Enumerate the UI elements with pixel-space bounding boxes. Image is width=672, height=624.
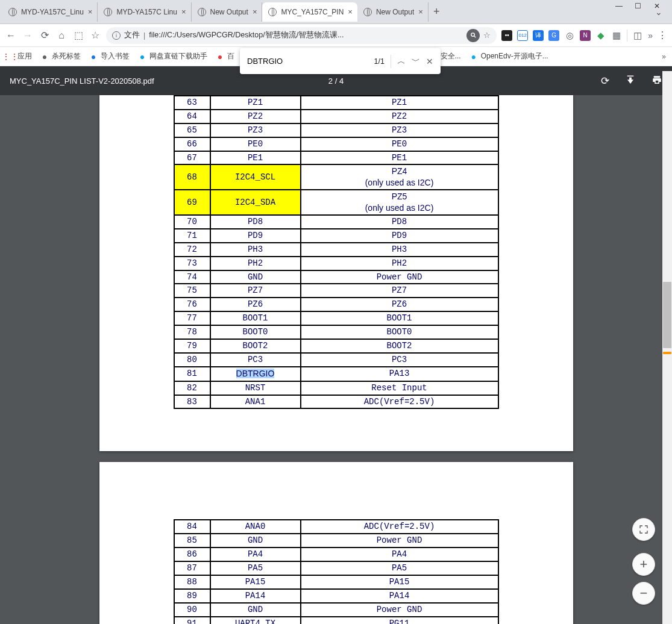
tab-close-icon[interactable]: × (88, 7, 93, 16)
nav-home-icon[interactable]: ⌂ (55, 30, 68, 42)
table-cell: PE0 (301, 137, 498, 151)
scrollbar-find-marker (663, 352, 671, 354)
ext-icon-onenote[interactable]: N (580, 30, 591, 41)
window-close-icon[interactable]: ✕ (654, 2, 661, 9)
browser-menu-icon[interactable]: ⋮ (658, 30, 667, 41)
nav-download-icon[interactable]: ⬚ (72, 30, 84, 42)
tab-3[interactable]: MYC_YA157C_PIN× (262, 2, 357, 22)
pdf-viewer[interactable]: 63PZ1PZ164PZ2PZ265PZ3PZ366PE0PE067PE1PE1… (0, 95, 672, 624)
bookmark-item[interactable]: ●百 (216, 51, 234, 61)
tab-1[interactable]: MYD-YA157C Linu× (98, 2, 191, 22)
table-cell: 66 (174, 137, 210, 151)
table-cell: I2C4_SCL (210, 164, 301, 190)
extensions-tray: •• 012 译 G ◎ N ◆ ▦ ◫ » ⋮ (501, 30, 667, 42)
table-cell: PA4 (301, 548, 498, 561)
ext-icon-gtranslate[interactable]: G (548, 30, 559, 41)
bookmark-item[interactable]: ●杀死标签 (40, 51, 81, 61)
table-cell: PH3 (301, 243, 498, 257)
table-cell: 69 (174, 190, 210, 215)
vertical-scrollbar[interactable] (662, 71, 672, 624)
table-cell: PD9 (301, 229, 498, 243)
overflow-chevron-icon[interactable]: » (648, 31, 653, 40)
tab-close-icon[interactable]: × (181, 7, 186, 16)
globe-icon (8, 8, 17, 16)
bookmark-item[interactable]: ●网盘直链下载助手 (138, 51, 207, 61)
table-cell: PA15 (210, 575, 301, 589)
table-cell: PZ3 (301, 123, 498, 137)
nav-reload-icon[interactable]: ⟳ (39, 30, 51, 42)
new-tab-button[interactable]: + (433, 5, 440, 18)
table-cell: Power GND (301, 534, 498, 548)
table-row: 71PD9PD9 (174, 229, 498, 243)
find-prev-icon[interactable]: ︿ (397, 56, 406, 67)
find-input[interactable] (247, 57, 368, 66)
table-cell: 84 (174, 520, 210, 534)
table-row: 75PZ7PZ7 (174, 284, 498, 298)
globe-icon (363, 8, 372, 16)
table-cell: 64 (174, 110, 210, 123)
table-row: 84ANA0ADC(Vref=2.5V) (174, 520, 498, 534)
table-cell: PC3 (301, 353, 498, 367)
window-minimize-icon[interactable]: — (615, 2, 623, 9)
tab-label: New Output (376, 8, 414, 16)
ext-icon-crop[interactable]: ◫ (632, 30, 643, 41)
bookmark-item[interactable]: ⋮⋮应用 (6, 51, 32, 61)
table-row: 78BOOT0BOOT0 (174, 325, 498, 339)
pdf-rotate-icon[interactable]: ⟳ (601, 75, 609, 87)
scrollbar-thumb[interactable] (663, 282, 671, 348)
table-cell: BOOT2 (210, 339, 301, 353)
bookmark-star-icon[interactable]: ☆ (483, 31, 491, 40)
window-maximize-icon[interactable]: ☐ (635, 2, 642, 9)
pdf-filename: MYC_YA157C_PIN LIST-V2-2020508.pdf (10, 76, 154, 86)
table-row: 85GNDPower GND (174, 534, 498, 548)
table-row: 87PA5PA5 (174, 561, 498, 575)
table-row: 69I2C4_SDAPZ5(only used as I2C) (174, 190, 498, 215)
table-cell: 79 (174, 339, 210, 353)
nav-back-icon[interactable]: ← (5, 30, 17, 42)
ext-icon-green[interactable]: ◆ (595, 30, 606, 41)
table-cell: PA14 (301, 589, 498, 603)
table-cell: PZ2 (210, 110, 301, 123)
tab-close-icon[interactable]: × (253, 7, 257, 16)
table-cell: ADC(Vref=2.5V) (301, 395, 498, 409)
bookmark-item[interactable]: ●导入书签 (89, 51, 130, 61)
table-row: 68I2C4_SCLPZ4(only used as I2C) (174, 164, 498, 190)
table-cell: 89 (174, 589, 210, 603)
tab-2[interactable]: New Output× (192, 2, 263, 22)
table-cell: 67 (174, 151, 210, 165)
find-next-icon[interactable]: ﹀ (412, 56, 420, 67)
bookmark-item[interactable]: ●OpenEdv-开源电子... (469, 51, 548, 61)
pdf-fit-icon[interactable] (632, 518, 655, 541)
table-cell: 87 (174, 561, 210, 575)
address-row: ← → ⟳ ⌂ ⬚ ☆ i 文件 | file:///C:/Users/WGPC… (0, 24, 672, 47)
find-close-icon[interactable]: ✕ (426, 57, 433, 66)
tab-close-icon[interactable]: × (418, 7, 423, 16)
ext-icon-camera[interactable]: ◎ (564, 30, 575, 41)
ext-icon-badge[interactable]: 012 (517, 30, 528, 41)
pdf-zoom-out-icon[interactable]: − (632, 582, 655, 605)
search-toggle-icon[interactable] (466, 29, 480, 42)
bookmark-icon: ● (216, 52, 224, 61)
ext-icon-puzzle[interactable]: ▦ (611, 30, 622, 41)
table-row: 65PZ3PZ3 (174, 123, 498, 137)
tab-label: MYC_YA157C_PIN (281, 8, 344, 16)
pdf-download-icon[interactable] (625, 75, 636, 87)
address-scheme: 文件 (124, 30, 140, 40)
table-row: 89PA14PA14 (174, 589, 498, 603)
ext-icon-translate[interactable]: 译 (533, 30, 544, 41)
tab-0[interactable]: MYD-YA157C_Linu× (2, 2, 98, 22)
pdf-print-icon[interactable] (652, 75, 662, 87)
find-match: DBTRGIO (236, 369, 275, 378)
pdf-zoom-in-icon[interactable]: + (632, 553, 655, 576)
ext-icon-1[interactable]: •• (501, 30, 512, 41)
table-cell: PZ2 (301, 110, 498, 123)
tab-close-icon[interactable]: × (348, 7, 353, 16)
bookmarks-overflow-icon[interactable]: » (662, 52, 666, 61)
address-bar[interactable]: i 文件 | file:///C:/Users/WGPCGR/Desktop/智… (106, 27, 497, 44)
globe-icon (104, 8, 112, 16)
site-info-icon[interactable]: i (112, 31, 121, 40)
tab-4[interactable]: New Output× (357, 2, 429, 22)
nav-star-icon[interactable]: ☆ (89, 30, 101, 42)
globe-icon (198, 8, 206, 16)
table-row: 91UART4_TXPG11 (174, 617, 498, 624)
